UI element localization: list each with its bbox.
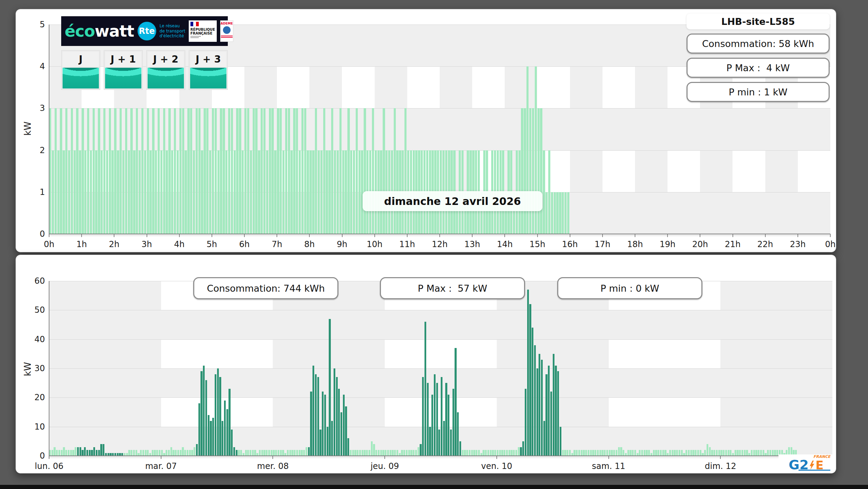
- bar: [524, 108, 526, 234]
- bar: [660, 450, 662, 456]
- bar: [191, 450, 193, 456]
- bar: [438, 430, 440, 456]
- bar: [159, 450, 160, 456]
- x-tick-mark: [212, 234, 212, 237]
- bar: [133, 450, 135, 456]
- bar: [569, 450, 571, 456]
- tab-j3-label[interactable]: J + 3: [190, 51, 226, 67]
- bg-cell: [375, 66, 407, 108]
- bar: [366, 450, 368, 456]
- bar: [56, 450, 58, 456]
- bar: [187, 450, 188, 456]
- x-tick-label: 7h: [272, 239, 282, 249]
- bar: [422, 377, 424, 456]
- bar: [261, 108, 263, 234]
- tab-j1-label[interactable]: J + 1: [105, 51, 141, 67]
- bar: [174, 108, 176, 234]
- bar: [511, 450, 512, 456]
- bar: [309, 150, 311, 234]
- bar: [161, 450, 163, 456]
- bar: [529, 304, 531, 456]
- ademe-logo-icon: ADEME: [220, 20, 233, 42]
- bar: [573, 450, 575, 456]
- bar: [184, 450, 186, 456]
- x-tick-mark: [272, 456, 273, 459]
- bar: [98, 450, 100, 456]
- bar: [282, 150, 284, 234]
- bar: [86, 450, 88, 456]
- bar: [80, 447, 81, 456]
- devise-bar: [190, 36, 201, 37]
- bar: [337, 150, 339, 234]
- bar: [347, 438, 349, 456]
- bar: [595, 450, 596, 456]
- bar: [185, 150, 187, 234]
- bar: [306, 447, 307, 456]
- tab-j3[interactable]: J + 3: [189, 50, 228, 90]
- tab-j[interactable]: J: [61, 50, 100, 90]
- bar: [776, 450, 778, 456]
- bar: [339, 108, 342, 234]
- bar: [255, 108, 257, 234]
- bar: [328, 150, 330, 234]
- x-tick-label: sam. 11: [592, 461, 625, 471]
- bar: [700, 450, 701, 456]
- bar: [244, 108, 246, 234]
- x-tick-mark: [472, 234, 473, 237]
- bar: [130, 108, 132, 234]
- bar: [280, 108, 282, 234]
- bar: [206, 108, 208, 234]
- bar: [263, 450, 265, 456]
- x-tick-mark: [161, 456, 161, 459]
- bar: [75, 447, 76, 456]
- bar: [308, 447, 310, 456]
- bar: [672, 450, 673, 456]
- tab-j2[interactable]: J + 2: [146, 50, 185, 90]
- ecowatt-gauge-icon: [105, 68, 141, 88]
- tab-j2-label[interactable]: J + 2: [148, 51, 184, 67]
- bar: [581, 450, 582, 456]
- bar: [679, 450, 680, 456]
- bar: [424, 322, 426, 456]
- bar: [557, 371, 559, 456]
- bar: [457, 412, 459, 456]
- bar: [401, 450, 403, 456]
- bar: [431, 395, 433, 456]
- bar: [487, 450, 489, 456]
- bar: [685, 450, 687, 456]
- bar: [648, 450, 650, 456]
- bar: [609, 450, 610, 456]
- bar: [751, 450, 753, 456]
- gridline: [49, 108, 830, 109]
- bar: [644, 450, 645, 456]
- bar: [122, 150, 124, 234]
- x-tick-label: mer. 08: [257, 461, 289, 471]
- bar: [543, 421, 545, 456]
- bar: [583, 450, 585, 456]
- bar: [548, 366, 550, 456]
- bar: [720, 450, 722, 456]
- x-tick-mark: [667, 234, 668, 237]
- bar: [240, 450, 242, 456]
- bar: [690, 450, 692, 456]
- x-tick-label: 3h: [141, 239, 152, 249]
- bar: [253, 108, 255, 234]
- lightning-icon: [809, 459, 815, 471]
- bg-cell: [244, 66, 277, 108]
- bar: [84, 447, 86, 456]
- tab-j-label[interactable]: J: [63, 51, 99, 67]
- gridline: [49, 368, 832, 369]
- bar: [345, 406, 347, 456]
- bar: [101, 150, 103, 234]
- bar: [543, 150, 545, 234]
- bg-cell: [49, 397, 161, 426]
- bar: [655, 450, 657, 456]
- bar: [354, 450, 356, 456]
- bar: [285, 108, 287, 234]
- bar: [90, 150, 92, 234]
- g2e-france-text: FRANCE: [813, 454, 830, 459]
- bg-cell: [570, 66, 603, 108]
- bar: [296, 108, 298, 234]
- tab-j1[interactable]: J + 1: [104, 50, 143, 90]
- bg-cell: [49, 339, 161, 368]
